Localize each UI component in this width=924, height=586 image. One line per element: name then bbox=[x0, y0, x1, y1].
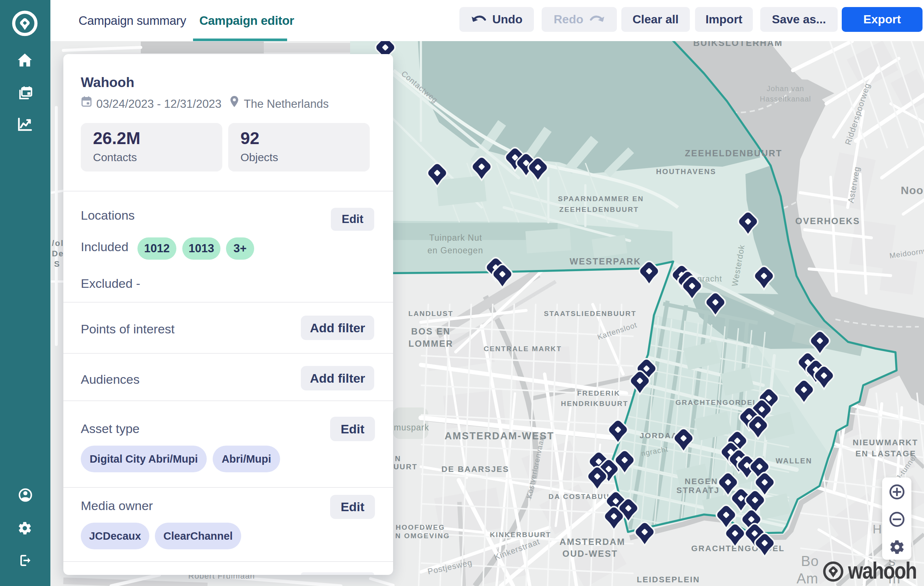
svg-text:en Genoegen: en Genoegen bbox=[427, 246, 483, 255]
svg-text:Bo: Bo bbox=[801, 553, 819, 569]
svg-text:ZEEHELDENBUURT: ZEEHELDENBUURT bbox=[685, 148, 782, 158]
svg-text:Am: Am bbox=[797, 571, 818, 586]
svg-text:EN LASTAGE: EN LASTAGE bbox=[855, 449, 916, 458]
svg-text:S: S bbox=[54, 259, 60, 269]
svg-text:SPAARNDAMMER EN: SPAARNDAMMER EN bbox=[558, 195, 644, 203]
svg-text:Tuinpark Nut: Tuinpark Nut bbox=[429, 233, 482, 243]
svg-text:HOUTHAVENS: HOUTHAVENS bbox=[656, 167, 716, 176]
svg-text:/ol: /ol bbox=[52, 239, 64, 248]
svg-text:STAATSLIEDENBUURT: STAATSLIEDENBUURT bbox=[544, 310, 637, 317]
svg-text:LEIDSEPLEIN: LEIDSEPLEIN bbox=[637, 575, 700, 584]
svg-text:WESTERPARK: WESTERPARK bbox=[570, 256, 641, 266]
svg-text:LOMMER: LOMMER bbox=[408, 338, 453, 348]
svg-text:muspark: muspark bbox=[394, 423, 429, 432]
svg-text:ZEEHELDENBUURT: ZEEHELDENBUURT bbox=[559, 206, 639, 213]
svg-text:OUD-WEST: OUD-WEST bbox=[563, 549, 618, 559]
svg-text:WALLEN: WALLEN bbox=[776, 457, 812, 465]
svg-text:HENDRIKBUURT: HENDRIKBUURT bbox=[561, 399, 629, 408]
svg-text:STRAATJ: STRAATJ bbox=[676, 485, 720, 495]
svg-text:BOS EN: BOS EN bbox=[411, 326, 450, 336]
svg-text:NEGEN: NEGEN bbox=[685, 477, 718, 486]
svg-text:FREDERIK: FREDERIK bbox=[577, 389, 620, 397]
svg-text:NIEUWMARKT: NIEUWMARKT bbox=[853, 438, 919, 447]
svg-text:AMSTERDAM: AMSTERDAM bbox=[559, 537, 625, 547]
svg-text:UURT: UURT bbox=[393, 463, 417, 471]
svg-text:LANDLUST: LANDLUST bbox=[408, 310, 454, 317]
svg-text:N OMGEVING: N OMGEVING bbox=[395, 532, 450, 540]
svg-text:JORDAA: JORDAA bbox=[639, 431, 678, 440]
svg-text:Noo: Noo bbox=[901, 184, 923, 196]
svg-text:KINKERBUURT: KINKERBUURT bbox=[490, 531, 551, 538]
svg-text:De: De bbox=[52, 249, 64, 258]
svg-text:CENTRALE MARKT: CENTRALE MARKT bbox=[484, 345, 562, 353]
svg-text:H: H bbox=[873, 522, 882, 536]
svg-text:Hasseltkanaal: Hasseltkanaal bbox=[760, 95, 811, 103]
svg-text:N: N bbox=[395, 454, 401, 463]
svg-text:Johan van: Johan van bbox=[767, 84, 804, 92]
svg-text:DE BAARSJES: DE BAARSJES bbox=[442, 464, 510, 474]
svg-text:HOOFDWEG: HOOFDWEG bbox=[396, 523, 445, 531]
svg-text:OVERHOEKS: OVERHOEKS bbox=[795, 216, 860, 226]
